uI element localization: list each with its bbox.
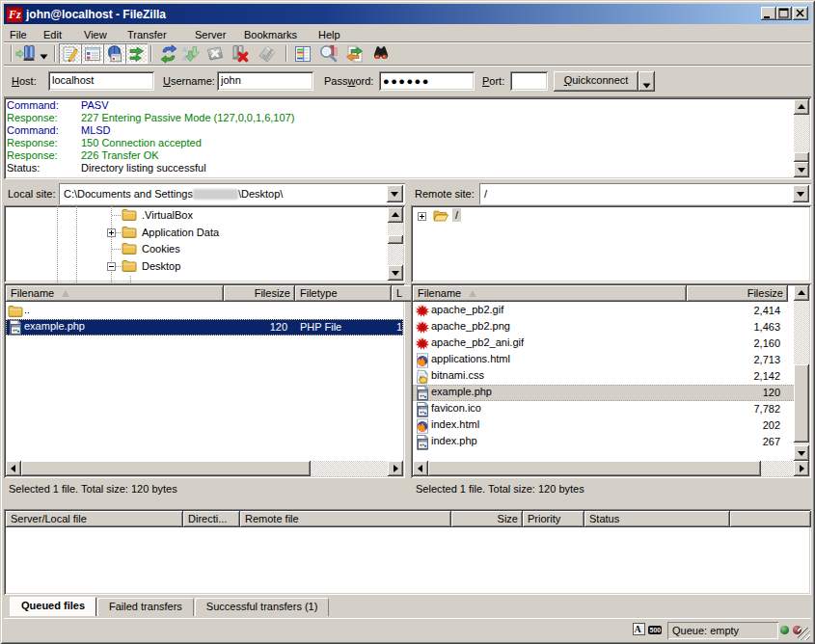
menu-bookmarks[interactable]: Bookmarks	[244, 27, 297, 42]
scrollbar-thumb[interactable]	[428, 461, 761, 476]
port-input[interactable]	[510, 71, 548, 91]
tab-queued-files[interactable]: Queued files	[10, 597, 96, 616]
cell-filesize: 267	[687, 434, 785, 450]
synchronized-browsing-button[interactable]	[345, 44, 365, 64]
local-site-combo-arrow[interactable]	[387, 185, 403, 202]
tree-expander-plus-icon[interactable]	[418, 212, 426, 221]
file-row[interactable]: index.php267	[413, 434, 809, 450]
resize-grip[interactable]	[798, 628, 810, 640]
site-manager-dropdown-icon[interactable]	[40, 50, 48, 56]
menu-server[interactable]: Server	[195, 27, 226, 42]
password-input[interactable]: ●●●●●●	[379, 71, 475, 91]
column-header-filesize[interactable]: Filesize	[687, 285, 788, 302]
scrollbar-thumb[interactable]	[388, 235, 403, 244]
remote-site-combo[interactable]: /	[479, 183, 811, 204]
scroll-up-button[interactable]	[388, 207, 403, 223]
queue-column-directi-[interactable]: Directi...	[183, 511, 240, 527]
column-header-filesize[interactable]: Filesize	[224, 285, 295, 302]
scroll-left-button[interactable]	[6, 461, 21, 476]
local-tree-item[interactable]: Application Data	[4, 225, 405, 241]
file-row[interactable]: apache_pb2.gif2,414	[413, 303, 809, 319]
toggle-remote-tree-button[interactable]	[103, 43, 125, 64]
menu-transfer[interactable]: Transfer	[127, 27, 167, 42]
scroll-left-button[interactable]	[413, 461, 428, 476]
menu-file[interactable]: File	[10, 27, 27, 42]
scroll-down-button[interactable]	[794, 445, 809, 461]
remote-site-combo-arrow[interactable]	[793, 185, 809, 202]
find-files-button[interactable]	[371, 44, 391, 64]
scroll-up-button[interactable]	[794, 99, 809, 115]
column-header-filetype[interactable]: Filetype	[295, 285, 392, 302]
remote-tree-item[interactable]: /	[411, 208, 811, 225]
local-tree-scrollbar[interactable]	[388, 207, 403, 281]
remote-list-hscrollbar[interactable]	[413, 461, 809, 476]
local-tree-item[interactable]: Desktop	[4, 258, 405, 275]
queue-header: Server/Local fileDirecti...Remote fileSi…	[6, 511, 811, 527]
menu-view[interactable]: View	[84, 27, 107, 42]
process-queue-button[interactable]: AA	[181, 44, 201, 64]
file-row[interactable]: example.php120PHP File1	[6, 319, 403, 335]
scroll-down-button[interactable]	[794, 162, 809, 177]
log-vertical-scrollbar[interactable]	[794, 99, 809, 177]
toggle-local-tree-button[interactable]	[81, 43, 103, 64]
queue-column-priority[interactable]: Priority	[523, 511, 584, 527]
file-row[interactable]: applications.html2,713	[413, 352, 809, 368]
quickconnect-button[interactable]: Quickconnect	[554, 71, 638, 92]
toolbar-separator	[54, 45, 56, 62]
reconnect-button[interactable]	[258, 44, 277, 64]
tab-failed-transfers[interactable]: Failed transfers	[97, 598, 194, 616]
queue-column-blank[interactable]	[730, 511, 811, 527]
local-tree-item[interactable]: Cookies	[4, 241, 405, 257]
menu-help[interactable]: Help	[318, 27, 340, 42]
remote-list-vscrollbar[interactable]	[794, 285, 809, 461]
log-line: Response:150 Connection accepted	[6, 137, 794, 149]
directory-filters-button[interactable]	[293, 44, 312, 64]
host-input[interactable]: localhost	[48, 71, 154, 91]
scroll-right-button[interactable]	[388, 461, 403, 476]
scrollbar-thumb[interactable]	[21, 461, 311, 476]
quickconnect-dropdown-button[interactable]	[638, 71, 655, 92]
close-button[interactable]	[793, 7, 808, 20]
local-tree-item[interactable]: .VirtualBox	[4, 207, 405, 224]
queue-column-server-local-file[interactable]: Server/Local file	[6, 511, 183, 527]
column-header-filename[interactable]: Filename	[413, 285, 687, 302]
toggle-queue-button[interactable]	[125, 43, 148, 64]
minimize-button[interactable]	[761, 7, 776, 20]
directory-comparison-button[interactable]	[319, 44, 339, 64]
scroll-down-button[interactable]	[388, 265, 403, 281]
column-header-filename[interactable]: Filename	[6, 285, 224, 302]
tab-successful-transfers-1-[interactable]: Successful transfers (1)	[195, 598, 330, 616]
port-label: Port:	[482, 75, 504, 87]
queue-column-remote-file[interactable]: Remote file	[240, 511, 451, 527]
file-row[interactable]: favicon.ico7,782	[413, 401, 809, 417]
file-row[interactable]: ..	[6, 303, 403, 319]
queue-column-status[interactable]: Status	[584, 511, 730, 527]
maximize-button[interactable]	[776, 7, 792, 20]
scrollbar-thumb[interactable]	[794, 364, 809, 443]
queue-column-size[interactable]: Size	[451, 511, 523, 527]
local-site-combo[interactable]: C:\Documents and Settings\Desktop\	[59, 183, 405, 204]
scrollbar-thumb[interactable]	[794, 152, 809, 162]
local-list-hscrollbar[interactable]	[6, 461, 403, 476]
file-row[interactable]: bitnami.css2,142	[413, 368, 809, 385]
disconnect-button[interactable]	[231, 44, 250, 64]
menu-edit[interactable]: Edit	[43, 27, 62, 42]
file-row[interactable]: apache_pb2_ani.gif2,160	[413, 335, 809, 352]
toggle-message-log-button[interactable]	[59, 43, 81, 64]
site-manager-button[interactable]	[15, 44, 35, 64]
username-input[interactable]: john	[217, 71, 313, 91]
tree-expander-minus-icon[interactable]	[107, 262, 116, 271]
tree-expander-plus-icon[interactable]	[107, 228, 116, 237]
find-icon	[371, 44, 391, 64]
scroll-right-button[interactable]	[794, 461, 809, 476]
scroll-up-button[interactable]	[794, 285, 809, 301]
file-row[interactable]: index.html202	[413, 417, 809, 434]
refresh-button[interactable]	[159, 44, 178, 64]
file-row[interactable]: example.php120	[413, 385, 809, 401]
apache-feather-icon	[415, 304, 430, 319]
scrollbar-track[interactable]	[388, 223, 403, 265]
log-label: Response:	[6, 112, 81, 124]
cancel-operation-button[interactable]	[205, 44, 225, 64]
apache-feather-icon	[415, 336, 430, 352]
file-row[interactable]: apache_pb2.png1,463	[413, 319, 809, 335]
